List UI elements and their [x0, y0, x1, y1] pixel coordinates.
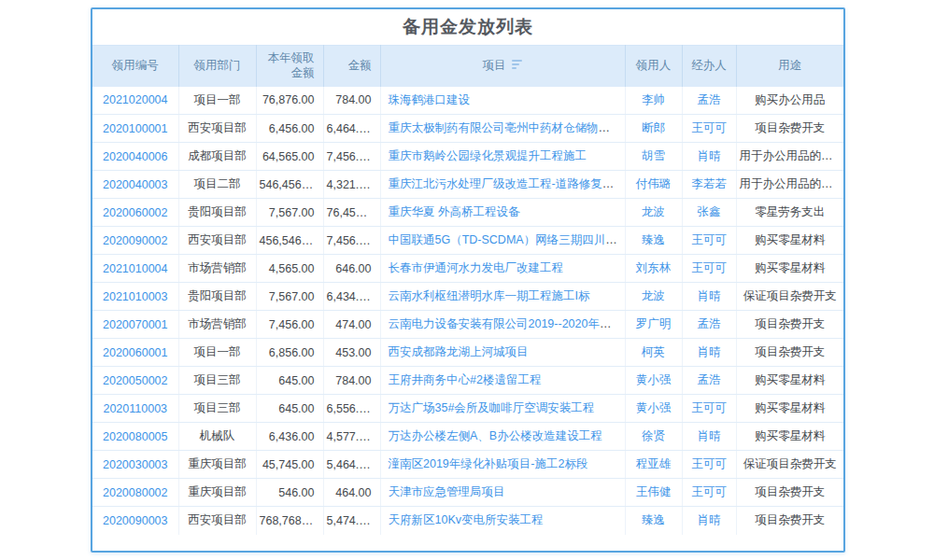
- table-row: 2020030003重庆项目部45,745.005,464.00潼南区2019年…: [92, 451, 843, 479]
- recipient-link[interactable]: 罗广明: [636, 317, 672, 330]
- project-link[interactable]: 万达广场35#会所及咖啡厅空调安装工程: [389, 401, 595, 414]
- handler-link[interactable]: 王可可: [691, 121, 727, 134]
- cell-id: 2021010004: [92, 255, 178, 283]
- recipient-link[interactable]: 断郎: [642, 121, 665, 134]
- id-link[interactable]: 2021010003: [103, 290, 168, 303]
- id-link[interactable]: 2021010004: [103, 262, 168, 275]
- handler-link[interactable]: 王可可: [691, 401, 727, 414]
- cell-project: 云南水利枢纽潜明水库一期工程施工I标: [380, 283, 625, 311]
- purpose-text: 项目杂费开支: [755, 121, 825, 134]
- handler-link[interactable]: 孟浩: [698, 373, 721, 386]
- handler-link[interactable]: 肖晴: [698, 513, 721, 526]
- recipient-link[interactable]: 胡雪: [642, 149, 665, 162]
- purpose-text: 购买零星材料: [755, 401, 825, 414]
- handler-link[interactable]: 孟浩: [698, 317, 721, 330]
- header-row: 领用编号领用部门本年领取金额金额项目领用人经办人用途: [92, 46, 843, 87]
- cell-recipient: 黄小强: [625, 395, 682, 423]
- id-link[interactable]: 2020090003: [103, 514, 168, 527]
- recipient-link[interactable]: 黄小强: [636, 401, 672, 414]
- project-link[interactable]: 天津市应急管理局项目: [389, 485, 505, 498]
- year_amount-text: 546.00: [278, 486, 314, 499]
- cell-recipient: 付伟璐: [625, 171, 682, 199]
- handler-link[interactable]: 王可可: [691, 261, 727, 274]
- table-row: 2020060001项目一部6,856.00453.00西安成都路龙湖上河城项目…: [92, 339, 843, 367]
- cell-purpose: 项目杂费开支: [736, 507, 843, 535]
- project-link[interactable]: 珠海鹤港口建设: [389, 93, 471, 106]
- project-link[interactable]: 万达办公楼左侧A、B办公楼改造建设工程: [389, 429, 602, 442]
- purpose-text: 购买零星材料: [755, 233, 825, 246]
- id-link[interactable]: 2021020004: [103, 93, 168, 106]
- recipient-link[interactable]: 臻逸: [642, 513, 665, 526]
- cell-year_amount: 6,436.00: [256, 423, 323, 451]
- sort-icon[interactable]: [512, 58, 523, 71]
- recipient-link[interactable]: 臻逸: [642, 233, 665, 246]
- id-link[interactable]: 2020060001: [103, 346, 168, 359]
- handler-link[interactable]: 肖晴: [698, 149, 721, 162]
- id-link[interactable]: 2020060002: [103, 206, 168, 219]
- cell-handler: 肖晴: [682, 283, 736, 311]
- project-link[interactable]: 重庆江北污水处理厂级改造工程-道路修复工程: [389, 177, 626, 190]
- handler-link[interactable]: 王可可: [691, 485, 727, 498]
- cell-purpose: 购买零星材料: [736, 423, 843, 451]
- cell-purpose: 项目杂费开支: [736, 311, 843, 339]
- handler-link[interactable]: 肖晴: [698, 289, 721, 302]
- recipient-link[interactable]: 李帅: [642, 93, 665, 106]
- project-link[interactable]: 云南水利枢纽潜明水库一期工程施工I标: [389, 289, 590, 302]
- id-link[interactable]: 2020040006: [103, 150, 168, 163]
- handler-link[interactable]: 王可可: [691, 457, 727, 470]
- handler-link[interactable]: 张鑫: [698, 205, 721, 218]
- cell-department: 项目三部: [178, 367, 256, 395]
- project-link[interactable]: 重庆太极制药有限公司亳州中药材仓储物流基...: [389, 121, 626, 134]
- column-header-label: 领用人: [636, 59, 672, 72]
- id-link[interactable]: 2020080002: [103, 486, 168, 499]
- project-link[interactable]: 云南电力设备安装有限公司2019--2020年度劳...: [389, 317, 626, 330]
- table-row: 2020040006成都项目部64,565.007,456.00重庆市鹅岭公园绿…: [92, 143, 843, 171]
- handler-link[interactable]: 肖晴: [698, 429, 721, 442]
- department-text: 重庆项目部: [188, 485, 247, 498]
- purpose-text: 项目杂费开支: [755, 513, 825, 526]
- recipient-link[interactable]: 付伟璐: [636, 177, 672, 190]
- column-header-project[interactable]: 项目: [380, 46, 625, 87]
- project-link[interactable]: 重庆华夏 外高桥工程设备: [389, 205, 520, 218]
- recipient-link[interactable]: 王伟健: [636, 485, 672, 498]
- project-link[interactable]: 重庆市鹅岭公园绿化景观提升工程施工: [389, 149, 587, 162]
- recipient-link[interactable]: 龙波: [642, 205, 665, 218]
- recipient-link[interactable]: 龙波: [642, 289, 665, 302]
- handler-link[interactable]: 孟浩: [698, 93, 721, 106]
- handler-link[interactable]: 李若若: [691, 177, 727, 190]
- cell-department: 机械队: [178, 423, 256, 451]
- handler-link[interactable]: 肖晴: [698, 345, 721, 358]
- id-link[interactable]: 2020080005: [103, 430, 168, 443]
- project-link[interactable]: 中国联通5G（TD-SCDMA）网络三期四川工程: [389, 233, 626, 246]
- column-header-department: 领用部门: [178, 46, 256, 87]
- cell-amount: 4,321.00: [323, 171, 380, 199]
- id-link[interactable]: 2020100001: [103, 122, 168, 135]
- id-link[interactable]: 2020050002: [103, 374, 168, 387]
- id-link[interactable]: 2020090002: [103, 234, 168, 247]
- recipient-link[interactable]: 柯英: [642, 345, 665, 358]
- year_amount-text: 45,745.00: [262, 458, 315, 471]
- id-link[interactable]: 2020040003: [103, 178, 168, 191]
- project-link[interactable]: 长春市伊通河水力发电厂改建工程: [389, 261, 564, 274]
- cell-department: 贵阳项目部: [178, 199, 256, 227]
- amount-text: 5,464.00: [327, 458, 373, 471]
- project-link[interactable]: 王府井商务中心#2楼遗留工程: [389, 373, 542, 386]
- handler-link[interactable]: 王可可: [691, 233, 727, 246]
- year_amount-text: 6,456.00: [269, 122, 315, 135]
- recipient-link[interactable]: 程亚雄: [636, 457, 672, 470]
- id-link[interactable]: 2020030003: [103, 458, 168, 471]
- project-link[interactable]: 潼南区2019年绿化补贴项目-施工2标段: [389, 457, 588, 470]
- project-link[interactable]: 西安成都路龙湖上河城项目: [389, 345, 529, 358]
- cell-project: 潼南区2019年绿化补贴项目-施工2标段: [380, 451, 625, 479]
- cell-recipient: 李帅: [625, 87, 682, 115]
- cell-recipient: 徐贤: [625, 423, 682, 451]
- cell-purpose: 购买零星材料: [736, 367, 843, 395]
- cell-id: 2020060001: [92, 339, 178, 367]
- id-link[interactable]: 2020070001: [103, 318, 168, 331]
- table-row: 2020080005机械队6,436.004,577.00万达办公楼左侧A、B办…: [92, 423, 843, 451]
- project-link[interactable]: 天府新区10Kv变电所安装工程: [389, 513, 544, 526]
- recipient-link[interactable]: 徐贤: [642, 429, 665, 442]
- id-link[interactable]: 2020110003: [103, 402, 167, 415]
- recipient-link[interactable]: 刘东林: [636, 261, 672, 274]
- recipient-link[interactable]: 黄小强: [636, 373, 672, 386]
